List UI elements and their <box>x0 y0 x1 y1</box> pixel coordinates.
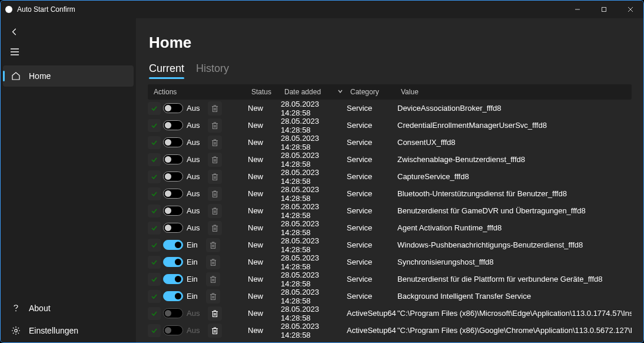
cell-value: Background Intelligent Transfer Service <box>397 292 632 301</box>
table-row[interactable]: AusNew28.05.2023 14:28:58ServiceAgent Ac… <box>148 219 632 236</box>
cell-date: 28.05.2023 14:28:58 <box>281 322 347 339</box>
nav-home[interactable]: Home <box>3 65 134 87</box>
enable-toggle[interactable] <box>163 137 183 147</box>
tab-history[interactable]: History <box>196 62 229 78</box>
cell-date: 28.05.2023 14:28:58 <box>281 185 347 203</box>
window-controls <box>564 1 643 18</box>
cell-status: New <box>248 138 281 147</box>
delete-button[interactable] <box>208 204 222 218</box>
approve-button[interactable] <box>148 239 161 252</box>
enable-toggle[interactable] <box>163 291 183 301</box>
content-area: Home Current History Actions Status Date… <box>136 18 643 342</box>
table-row[interactable]: AusNew28.05.2023 14:28:58ActiveSetup64"C… <box>148 305 632 322</box>
delete-button[interactable] <box>208 306 222 321</box>
delete-button[interactable] <box>208 221 222 235</box>
approve-button[interactable] <box>148 119 161 132</box>
cell-category: Service <box>347 275 397 283</box>
approve-button[interactable] <box>148 205 161 217</box>
col-date[interactable]: Date added <box>284 88 350 96</box>
enable-toggle[interactable] <box>163 274 183 284</box>
nav-about[interactable]: About <box>3 298 134 319</box>
delete-button[interactable] <box>206 272 220 286</box>
minimize-button[interactable] <box>564 1 590 18</box>
delete-button[interactable] <box>208 324 222 338</box>
sort-down-icon <box>337 88 343 96</box>
back-button[interactable] <box>3 22 26 42</box>
col-category[interactable]: Category <box>350 88 401 96</box>
nav-settings-label: Einstellungen <box>29 326 78 335</box>
enable-toggle[interactable] <box>163 206 183 216</box>
table-row[interactable]: AusNew28.05.2023 14:28:58ServiceConsentU… <box>148 134 632 151</box>
cell-date: 28.05.2023 14:28:58 <box>281 202 347 220</box>
enable-toggle[interactable] <box>163 103 183 113</box>
enable-toggle[interactable] <box>163 120 183 130</box>
table-row[interactable]: AusNew28.05.2023 14:28:58ActiveSetup64"C… <box>148 322 632 339</box>
table-row[interactable]: AusNew28.05.2023 14:28:58ServiceCaptureS… <box>148 168 632 185</box>
approve-button[interactable] <box>148 273 161 286</box>
approve-button[interactable] <box>148 102 161 115</box>
gear-icon <box>11 326 21 335</box>
approve-button[interactable] <box>148 324 161 337</box>
delete-button[interactable] <box>208 153 222 167</box>
approve-button[interactable] <box>148 256 161 269</box>
approve-button[interactable] <box>148 170 161 183</box>
toggle-label: Ein <box>187 240 198 249</box>
enable-toggle[interactable] <box>163 172 183 182</box>
approve-button[interactable] <box>148 187 161 200</box>
cell-date: 28.05.2023 14:28:58 <box>281 236 347 254</box>
table-row[interactable]: EinNew28.05.2023 14:28:58ServiceWindows-… <box>148 236 632 253</box>
toggle-label: Aus <box>187 309 200 318</box>
table-row[interactable]: AusNew28.05.2023 14:28:58ServiceBluetoot… <box>148 185 632 202</box>
cell-value: Benutzerdienst für GameDVR und Übertragu… <box>397 206 632 215</box>
cell-category: ActiveSetup64 <box>347 309 397 318</box>
cell-category: Service <box>347 292 397 301</box>
delete-button[interactable] <box>208 101 222 116</box>
table-row[interactable]: AusNew28.05.2023 14:28:58ServiceZwischen… <box>148 151 632 168</box>
enable-toggle <box>163 308 183 318</box>
table-row[interactable]: AusNew28.05.2023 14:28:58ServiceCredenti… <box>148 117 632 134</box>
table-row[interactable]: AusNew28.05.2023 14:28:58ServiceBenutzer… <box>148 202 632 219</box>
approve-button[interactable] <box>148 290 161 303</box>
delete-button[interactable] <box>206 255 220 269</box>
maximize-button[interactable] <box>590 1 617 18</box>
cell-date: 28.05.2023 14:28:58 <box>281 253 347 271</box>
table-row[interactable]: EinNew28.05.2023 14:28:58ServiceBenutzer… <box>148 271 632 288</box>
nav-settings[interactable]: Einstellungen <box>3 320 134 341</box>
enable-toggle[interactable] <box>163 189 183 199</box>
table-row[interactable]: EinNew28.05.2023 14:28:58ServiceSynchron… <box>148 253 632 271</box>
cell-value: "C:\Program Files (x86)\Google\Chrome\Ap… <box>397 326 632 335</box>
cell-value: Agent Activation Runtime_fffd8 <box>397 223 632 232</box>
cell-value: Zwischenablage-Benutzerdienst_fffd8 <box>397 155 632 164</box>
enable-toggle[interactable] <box>163 154 183 164</box>
close-button[interactable] <box>617 1 643 18</box>
approve-button[interactable] <box>148 222 161 235</box>
table-row[interactable]: EinNew28.05.2023 14:28:58ServiceBackgrou… <box>148 288 632 305</box>
cell-category: Service <box>347 155 397 164</box>
col-actions[interactable]: Actions <box>151 88 251 96</box>
col-status[interactable]: Status <box>251 88 284 96</box>
menu-button[interactable] <box>3 42 26 62</box>
delete-button[interactable] <box>206 289 220 304</box>
enable-toggle[interactable] <box>163 240 183 250</box>
toggle-label: Aus <box>187 104 200 113</box>
cell-status: New <box>248 155 281 164</box>
delete-button[interactable] <box>208 118 222 133</box>
tab-current[interactable]: Current <box>149 62 184 78</box>
toggle-label: Aus <box>187 155 200 164</box>
cell-status: New <box>248 258 281 266</box>
toggle-label: Ein <box>187 292 198 301</box>
enable-toggle[interactable] <box>163 257 183 267</box>
cell-value: Bluetooth-Unterstützungsdienst für Benut… <box>397 189 632 198</box>
col-value[interactable]: Value <box>401 88 628 96</box>
approve-button[interactable] <box>148 136 161 149</box>
approve-button[interactable] <box>148 307 161 320</box>
approve-button[interactable] <box>148 153 161 166</box>
delete-button[interactable] <box>208 187 222 201</box>
table-row[interactable]: AusNew28.05.2023 14:28:58ServiceDeviceAs… <box>148 100 632 117</box>
delete-button[interactable] <box>208 170 222 184</box>
enable-toggle[interactable] <box>163 223 183 233</box>
delete-button[interactable] <box>208 136 222 150</box>
col-date-label: Date added <box>284 88 321 96</box>
delete-button[interactable] <box>206 238 220 252</box>
toggle-label: Aus <box>187 206 200 215</box>
